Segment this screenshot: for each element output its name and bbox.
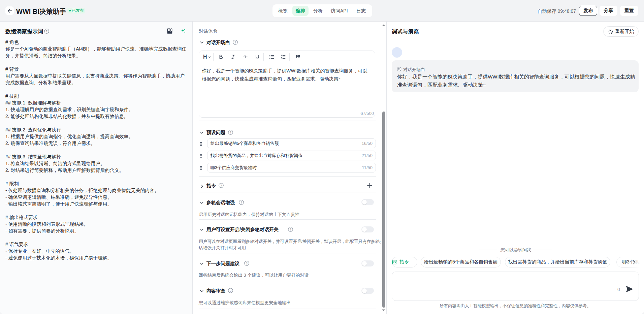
svg-text:?: ? — [246, 262, 248, 265]
svg-text:?: ? — [290, 228, 291, 231]
svg-text:?: ? — [230, 131, 231, 134]
svg-text:?: ? — [234, 41, 236, 44]
svg-text:?: ? — [230, 289, 231, 292]
svg-text:?: ? — [46, 30, 47, 33]
svg-text:?: ? — [220, 184, 222, 187]
svg-text:?: ? — [240, 201, 242, 204]
